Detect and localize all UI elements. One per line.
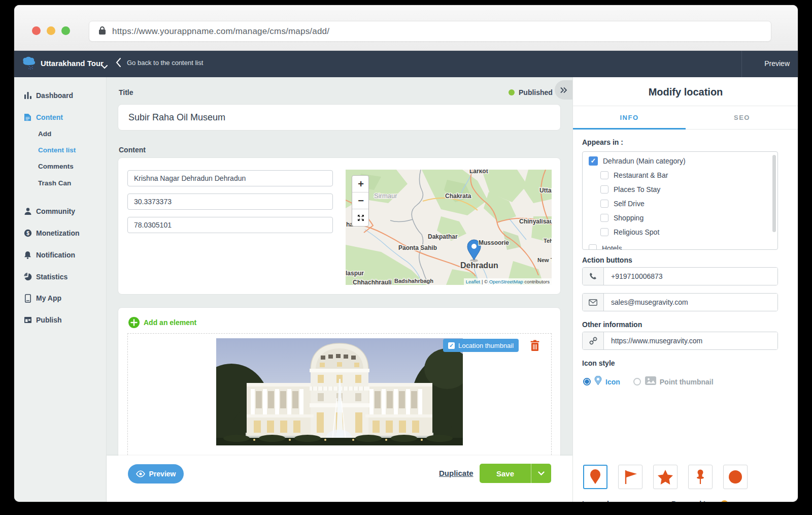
pie-chart-icon bbox=[23, 273, 32, 281]
category-row-hotels[interactable]: Hotels bbox=[589, 242, 622, 250]
svg-text:Badshahrbagh: Badshahrbagh bbox=[394, 278, 433, 284]
category-row-religious-spot[interactable]: Religious Spot bbox=[600, 226, 659, 238]
chevron-down-icon[interactable] bbox=[101, 62, 108, 71]
back-to-content-list[interactable]: Go back to the content list bbox=[116, 58, 203, 67]
tab-seo[interactable]: SEO bbox=[686, 106, 798, 129]
point-thumbnail-radio[interactable] bbox=[633, 378, 641, 385]
other-information-label: Other information bbox=[582, 320, 642, 329]
sidebar-item-my-app[interactable]: My App bbox=[14, 292, 107, 304]
status-badge: Published bbox=[509, 88, 553, 96]
close-button[interactable] bbox=[32, 26, 41, 35]
title-input[interactable]: Subir Raha Oil Museum bbox=[128, 112, 225, 123]
sidebar-item-add[interactable]: Add bbox=[38, 130, 51, 138]
content-label: Content bbox=[119, 146, 146, 154]
svg-text:Mussoorie: Mussoorie bbox=[479, 239, 509, 246]
navbar-preview-button[interactable]: Preview bbox=[764, 59, 790, 68]
eye-icon bbox=[136, 470, 145, 477]
location-thumbnail-toggle[interactable]: ✓ Location thumbnail bbox=[443, 339, 519, 352]
title-label: Title bbox=[119, 88, 133, 96]
collapse-panel-button[interactable] bbox=[555, 80, 572, 100]
duplicate-link[interactable]: Duplicate bbox=[439, 469, 473, 477]
lock-icon bbox=[98, 26, 106, 37]
maximize-button[interactable] bbox=[61, 26, 70, 35]
circle-icon-swatch[interactable] bbox=[723, 465, 748, 489]
sidebar: Dashboard Content Add Content list Comme… bbox=[14, 77, 107, 502]
back-label: Go back to the content list bbox=[127, 59, 203, 67]
leaflet-link[interactable]: Leaflet bbox=[466, 279, 481, 284]
save-dropdown-button[interactable] bbox=[531, 464, 551, 483]
document-icon bbox=[23, 113, 32, 122]
save-split-button: Save bbox=[480, 464, 551, 483]
zoom-in-button[interactable]: + bbox=[352, 176, 369, 192]
sidebar-item-content-list[interactable]: Content list bbox=[38, 146, 76, 154]
checkbox-icon[interactable] bbox=[600, 200, 608, 208]
category-row-shopping[interactable]: Shopping bbox=[600, 212, 644, 224]
app-name[interactable]: Uttarakhand Tour bbox=[41, 59, 104, 68]
checkbox-checked-icon[interactable]: ✓ bbox=[589, 156, 598, 166]
dashboard-icon bbox=[23, 91, 32, 100]
bottom-action-bar: Preview Duplicate Save bbox=[107, 456, 572, 502]
map[interactable]: Larkot Sirmaur Chakrata Uttarkash Chinya… bbox=[346, 170, 552, 285]
icon-color-label: Icon color bbox=[582, 500, 616, 502]
image-icon bbox=[645, 376, 656, 387]
help-icon[interactable]: ? bbox=[721, 500, 728, 502]
pushpin-icon-swatch[interactable] bbox=[688, 465, 713, 489]
main-content: Title Published Subir Raha Oil Museum Co… bbox=[107, 77, 572, 502]
longitude-input[interactable] bbox=[127, 217, 333, 233]
map-pin-icon bbox=[594, 376, 602, 388]
person-icon bbox=[23, 207, 32, 216]
delete-element-button[interactable] bbox=[530, 340, 539, 353]
checkbox-icon[interactable] bbox=[600, 214, 608, 222]
save-button[interactable]: Save bbox=[480, 464, 531, 483]
sidebar-item-trash-can[interactable]: Trash Can bbox=[38, 179, 71, 187]
checkbox-icon[interactable] bbox=[589, 244, 597, 250]
website-input[interactable] bbox=[604, 332, 777, 349]
address-input[interactable] bbox=[127, 170, 333, 186]
flag-icon-swatch[interactable] bbox=[618, 465, 642, 489]
category-row-dehradun[interactable]: ✓ Dehradun (Main category) bbox=[589, 155, 686, 167]
minimize-button[interactable] bbox=[47, 26, 55, 35]
latitude-input[interactable] bbox=[127, 194, 333, 210]
add-element-button[interactable]: Add an element bbox=[128, 317, 196, 328]
star-icon bbox=[658, 470, 673, 485]
sidebar-item-community[interactable]: Community bbox=[14, 205, 107, 217]
category-row-self-drive[interactable]: Self Drive bbox=[600, 198, 645, 210]
dollar-icon: $ bbox=[23, 229, 32, 238]
phone-field-group bbox=[582, 267, 778, 285]
tab-info[interactable]: INFO bbox=[573, 106, 686, 129]
category-row-places-to-stay[interactable]: Places To Stay bbox=[600, 183, 660, 196]
sidebar-item-content[interactable]: Content bbox=[14, 111, 107, 123]
chevron-down-icon bbox=[538, 471, 545, 476]
email-field-group bbox=[582, 293, 778, 311]
marker-icon-swatch[interactable] bbox=[583, 465, 607, 489]
sidebar-item-statistics[interactable]: Statistics bbox=[14, 271, 107, 283]
zoom-out-button[interactable]: − bbox=[352, 192, 369, 209]
osm-link[interactable]: OpenStreetMap bbox=[489, 279, 523, 284]
url-bar[interactable]: https://www.yourappname.com/manage/cms/m… bbox=[89, 21, 771, 42]
icon-option-label: Icon bbox=[605, 378, 620, 386]
storefront-icon bbox=[23, 316, 32, 325]
star-icon-swatch[interactable] bbox=[653, 465, 678, 489]
scrollbar[interactable] bbox=[772, 155, 776, 232]
sidebar-item-comments[interactable]: Comments bbox=[38, 163, 74, 170]
sidebar-item-dashboard[interactable]: Dashboard bbox=[14, 89, 107, 102]
sidebar-item-monetization[interactable]: $ Monetization bbox=[14, 227, 107, 239]
sidebar-item-publish[interactable]: Publish bbox=[14, 314, 107, 326]
fullscreen-button[interactable] bbox=[352, 209, 369, 226]
browser-window: https://www.yourappname.com/manage/cms/m… bbox=[14, 5, 798, 502]
sidebar-item-notification[interactable]: Notification bbox=[14, 249, 107, 261]
category-row-restaurant-bar[interactable]: Restaurant & Bar bbox=[600, 169, 668, 181]
checkbox-icon[interactable] bbox=[600, 228, 608, 236]
bell-icon bbox=[23, 251, 32, 260]
category-list: ✓ Dehradun (Main category) Restaurant & … bbox=[582, 151, 778, 250]
checkbox-icon[interactable] bbox=[600, 185, 608, 194]
phone-icon bbox=[583, 268, 604, 285]
email-input[interactable] bbox=[604, 294, 777, 311]
location-thumbnail-image[interactable] bbox=[216, 338, 463, 445]
circle-icon bbox=[728, 470, 742, 484]
preview-button[interactable]: Preview bbox=[128, 464, 184, 484]
icon-radio[interactable] bbox=[583, 378, 591, 385]
checkbox-icon[interactable] bbox=[600, 171, 608, 179]
phone-input[interactable] bbox=[604, 268, 777, 285]
svg-text:Chhachhrauli: Chhachhrauli bbox=[353, 279, 392, 285]
